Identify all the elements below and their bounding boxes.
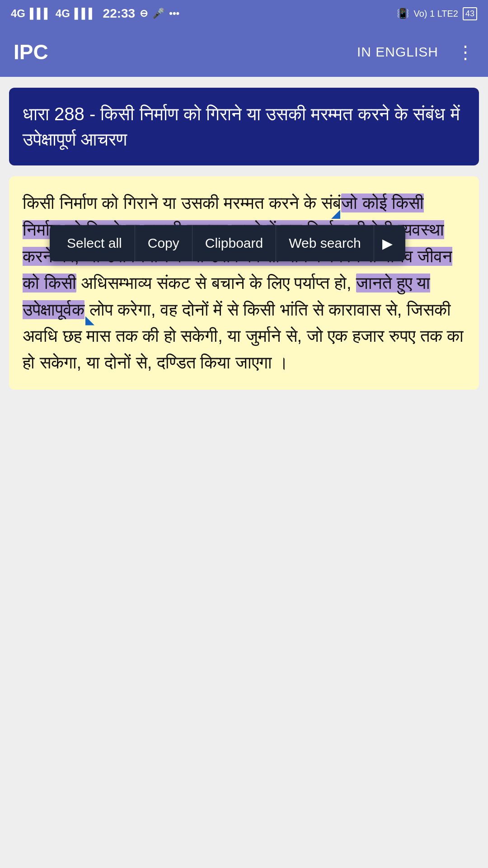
signal-1: 4G <box>11 7 25 20</box>
signal-2: 4G <box>56 7 70 20</box>
text-after-selection: लोप करेगा, वह दोनों में से किसी भांति से… <box>23 300 464 373</box>
notification-icon: ⊖ <box>140 8 148 19</box>
battery-indicator: 43 <box>463 7 477 20</box>
select-all-button[interactable]: Select all <box>54 225 135 261</box>
section-title: धारा 288 - किसी निर्माण को गिराने या उसक… <box>23 101 465 152</box>
battery-level: 43 <box>465 9 474 19</box>
page: 4G ▌▌▌ 4G ▌▌▌ 22:33 ⊖ 🎤 ••• 📳 Vo) 1 LTE2… <box>0 0 488 868</box>
more-menu-icon[interactable]: ⋮ <box>456 42 474 62</box>
more-dots-icon: ••• <box>169 8 179 19</box>
signal-bars-1: ▌▌▌ <box>30 8 51 19</box>
status-left: 4G ▌▌▌ 4G ▌▌▌ 22:33 ⊖ 🎤 ••• <box>11 6 179 21</box>
volte-label: Vo) 1 LTE2 <box>413 9 458 19</box>
signal-bars-2: ▌▌▌ <box>75 8 96 19</box>
mic-icon: 🎤 <box>152 8 164 19</box>
section-header: धारा 288 - किसी निर्माण को गिराने या उसक… <box>9 88 479 165</box>
vibrate-icon: 📳 <box>397 8 409 19</box>
text-mid-1: अधिसम्भाव्य संकट से बचाने के लिए पर्याप्… <box>76 274 357 292</box>
app-title: IPC <box>14 40 48 64</box>
content-body: किसी निर्माण को गिराने या उसकी मरम्मत कर… <box>23 190 465 376</box>
context-menu: Select all Copy Clipboard Web search ▶ <box>50 225 405 261</box>
status-right: 📳 Vo) 1 LTE2 43 <box>397 7 477 20</box>
app-bar-right: IN ENGLISH ⋮ <box>357 42 474 62</box>
app-bar: IPC IN ENGLISH ⋮ <box>0 27 488 77</box>
web-search-button[interactable]: Web search <box>276 225 374 261</box>
content-card[interactable]: Select all Copy Clipboard Web search ▶ क… <box>9 176 479 390</box>
text-before-selection: किसी निर्माण को गिराने या उसकी मरम्मत कर… <box>23 193 341 212</box>
context-menu-more-button[interactable]: ▶ <box>374 236 401 251</box>
time-display: 22:33 <box>103 6 136 21</box>
status-bar: 4G ▌▌▌ 4G ▌▌▌ 22:33 ⊖ 🎤 ••• 📳 Vo) 1 LTE2… <box>0 0 488 27</box>
copy-button[interactable]: Copy <box>135 225 192 261</box>
language-label[interactable]: IN ENGLISH <box>357 44 438 60</box>
clipboard-button[interactable]: Clipboard <box>192 225 276 261</box>
